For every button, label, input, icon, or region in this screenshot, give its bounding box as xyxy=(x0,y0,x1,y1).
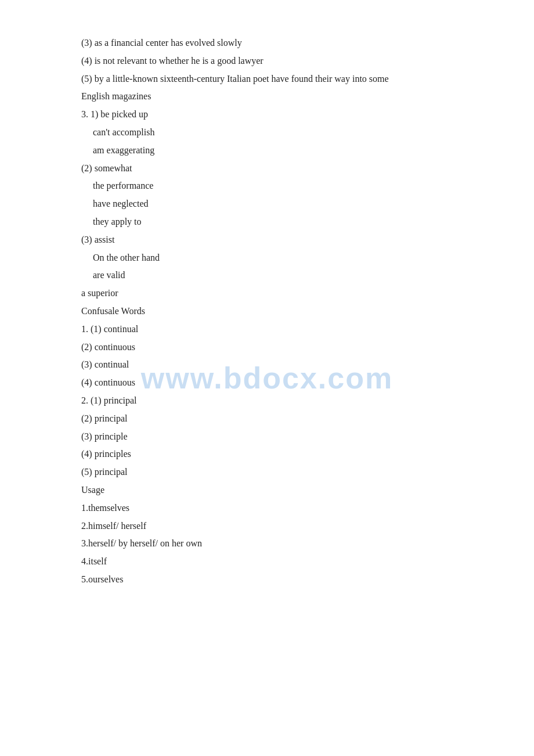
text-line: (5) by a little-known sixteenth-century … xyxy=(81,71,453,88)
text-line: 1.themselves xyxy=(81,500,453,517)
text-line: Confusale Words xyxy=(81,303,453,320)
text-line: (2) somewhat xyxy=(81,160,453,177)
text-line: 1. (1) continual xyxy=(81,321,453,338)
text-line: 3.herself/ by herself/ on her own xyxy=(81,535,453,552)
text-line: have neglected xyxy=(81,196,453,213)
text-line: can't accomplish xyxy=(81,124,453,141)
text-line: (2) principal xyxy=(81,411,453,427)
text-line: Usage xyxy=(81,482,453,499)
text-line: (3) principle xyxy=(81,429,453,445)
text-line: (3) assist xyxy=(81,232,453,249)
text-line: they apply to xyxy=(81,214,453,231)
text-line: are valid xyxy=(81,267,453,284)
text-line: (2) continuous xyxy=(81,339,453,356)
text-line: the performance xyxy=(81,178,453,195)
text-line: 2. (1) principal xyxy=(81,393,453,409)
text-line: (4) continuous xyxy=(81,375,453,391)
text-line: a superior xyxy=(81,285,453,302)
text-line: (5) principal xyxy=(81,464,453,481)
text-line: On the other hand xyxy=(81,250,453,267)
text-line: 5.ourselves xyxy=(81,571,453,588)
text-line: 2.himself/ herself xyxy=(81,518,453,535)
text-line: (3) continual xyxy=(81,357,453,373)
text-line: (4) is not relevant to whether he is a g… xyxy=(81,53,453,70)
text-line: am exaggerating xyxy=(81,142,453,159)
text-line: (3) as a financial center has evolved sl… xyxy=(81,35,453,52)
text-line: (4) principles xyxy=(81,446,453,463)
text-line: 4.itself xyxy=(81,553,453,570)
text-line: 3. 1) be picked up xyxy=(81,106,453,123)
page-content: (3) as a financial center has evolved sl… xyxy=(0,0,534,624)
text-line: English magazines xyxy=(81,88,453,105)
